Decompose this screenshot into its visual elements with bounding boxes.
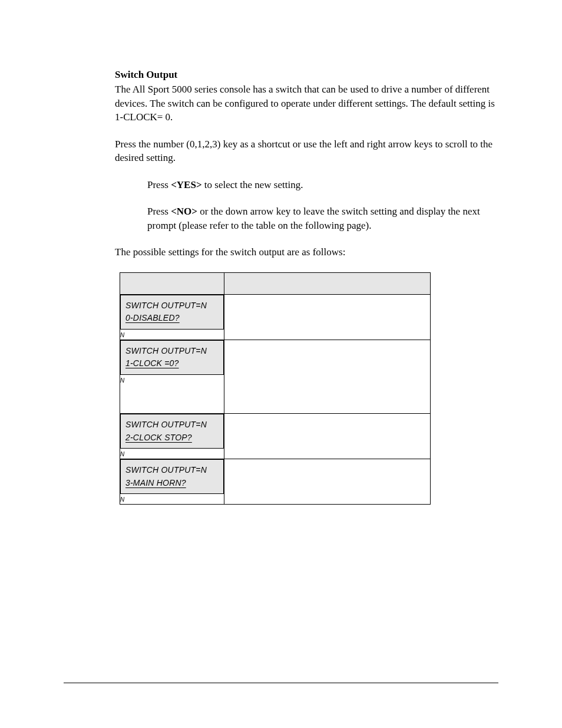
lcd-display: SWITCH OUTPUT=N 3-MAIN HORN?	[120, 459, 224, 494]
lcd-below: N	[120, 450, 224, 459]
no-key: <NO>	[171, 206, 197, 217]
table-row: SWITCH OUTPUT=N 3-MAIN HORN? N	[120, 459, 431, 505]
table-row: SWITCH OUTPUT=N 2-CLOCK STOP? N	[120, 413, 431, 459]
press-no-after: or the down arrow key to leave the switc…	[147, 206, 480, 230]
table-desc	[224, 294, 431, 340]
lcd-line-2: 2-CLOCK STOP?	[125, 431, 219, 444]
table-row: SWITCH OUTPUT=N 1-CLOCK =0? N	[120, 340, 431, 413]
lcd-display: SWITCH OUTPUT=N 0-DISABLED?	[120, 295, 224, 330]
table-desc	[224, 459, 431, 505]
lcd-display: SWITCH OUTPUT=N 1-CLOCK =0?	[120, 340, 224, 375]
table-desc	[224, 340, 431, 413]
lcd-line-2: 1-CLOCK =0?	[125, 357, 219, 370]
lcd-below: N	[120, 377, 224, 385]
press-yes-paragraph: Press <YES> to select the new setting.	[115, 178, 498, 192]
lcd-display: SWITCH OUTPUT=N 2-CLOCK STOP?	[120, 414, 224, 449]
footer-rule	[64, 683, 498, 683]
possible-settings-paragraph: The possible settings for the switch out…	[115, 245, 498, 259]
press-no-before: Press	[147, 206, 171, 217]
page: Switch Output The All Sport 5000 series …	[0, 0, 562, 728]
press-yes-after: to select the new setting.	[202, 179, 303, 190]
lcd-line-1: SWITCH OUTPUT=N	[125, 299, 219, 312]
yes-key: <YES>	[171, 179, 201, 190]
settings-table: SWITCH OUTPUT=N 0-DISABLED? N SWITCH OUT…	[120, 272, 431, 505]
lcd-below: N	[120, 331, 224, 340]
table-row: SWITCH OUTPUT=N 0-DISABLED? N	[120, 294, 431, 340]
section-heading: Switch Output	[115, 68, 498, 81]
press-no-paragraph: Press <NO> or the down arrow key to leav…	[115, 205, 498, 232]
shortcut-paragraph: Press the number (0,1,2,3) key as a shor…	[115, 137, 498, 165]
table-header-desc	[224, 272, 431, 294]
lcd-line-1: SWITCH OUTPUT=N	[125, 464, 219, 477]
lcd-line-1: SWITCH OUTPUT=N	[125, 419, 219, 431]
lcd-line-2: 3-MAIN HORN?	[125, 477, 219, 490]
lcd-line-1: SWITCH OUTPUT=N	[125, 345, 219, 358]
lcd-line-2: 0-DISABLED?	[125, 312, 219, 325]
intro-paragraph: The All Sport 5000 series console has a …	[115, 83, 498, 124]
table-desc	[224, 413, 431, 459]
lcd-below: N	[120, 496, 224, 504]
press-yes-before: Press	[147, 179, 171, 190]
table-header-lcd	[120, 272, 224, 294]
